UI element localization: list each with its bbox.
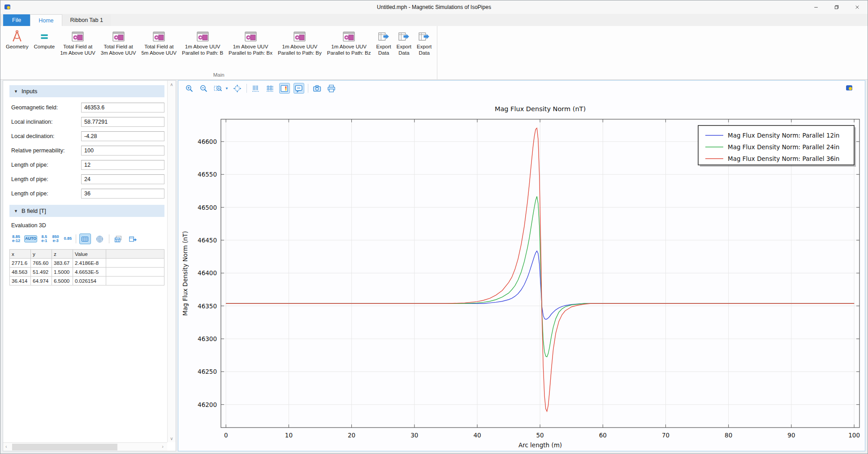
export-table-button[interactable] xyxy=(127,233,139,244)
section-header-bfield[interactable]: ▼ B field [T] xyxy=(9,205,164,217)
toolbar-separator xyxy=(76,234,76,243)
camera-button[interactable] xyxy=(312,83,323,94)
input-relative-permeability[interactable] xyxy=(81,146,164,156)
table-row[interactable]: 36.41464.9746.50000.026154 xyxy=(10,277,164,285)
plot-canvas[interactable]: 0102030405060708090100462004625046300463… xyxy=(178,96,866,450)
parallel-bz-button[interactable]: 1m Above UUVParallel to Path: Bz xyxy=(325,28,373,57)
zoom-box-button[interactable] xyxy=(212,83,223,94)
tooltip-button[interactable] xyxy=(294,83,304,94)
ribbon: GeometryComputeTotal Field at1m Above UU… xyxy=(0,26,868,80)
scroll-left-icon[interactable]: ‹ xyxy=(5,444,7,449)
restore-button[interactable] xyxy=(826,1,847,13)
ribbon-button-label: 1m Above UUVParallel to Path: Bz xyxy=(327,44,371,56)
x-tick-label: 20 xyxy=(348,432,355,439)
total-field-5m-button[interactable]: Total Field at5m Above UUV xyxy=(139,28,179,57)
table-cell: 383.67 xyxy=(52,259,73,268)
grid-button[interactable] xyxy=(265,83,276,94)
compute-button[interactable]: Compute xyxy=(32,28,57,51)
parallel-by-button[interactable]: 1m Above UUVParallel to Path: By xyxy=(276,28,324,57)
sphere-icon xyxy=(95,235,104,243)
total-field-3m-button[interactable]: Total Field at3m Above UUV xyxy=(99,28,138,57)
precision-auto-button[interactable]: AUTO xyxy=(24,235,37,242)
horizontal-scrollbar[interactable]: ‹ › xyxy=(3,442,167,451)
table-row[interactable]: 2771.6765.60383.672.4186E-8 xyxy=(10,259,164,268)
geometry-icon xyxy=(10,29,24,43)
export-data-2-button[interactable]: ExportData xyxy=(394,28,414,57)
export-data-1-button[interactable]: ExportData xyxy=(374,28,393,57)
comsol-logo-icon xyxy=(846,84,853,92)
input-geomagnetic-field[interactable] xyxy=(81,103,164,112)
y-tick-label: 46300 xyxy=(198,335,217,342)
section-header-inputs[interactable]: ▼ Inputs xyxy=(9,85,164,97)
minimize-button[interactable] xyxy=(806,1,826,13)
zoom-extents-button[interactable] xyxy=(232,83,243,94)
y-tick-label: 46600 xyxy=(198,138,217,145)
chart-title: Mag Flux Density Norm (nT) xyxy=(495,105,586,112)
workspace: ▼ Inputs Geomagnetic field:Local inclina… xyxy=(0,80,868,451)
input-local-inclination[interactable] xyxy=(81,117,164,127)
zoom-in-button[interactable] xyxy=(184,83,194,94)
table-row[interactable]: 48.56351.4921.50004.6653E-5 xyxy=(10,268,164,277)
table-display-button[interactable] xyxy=(79,233,91,244)
scroll-down-icon[interactable]: ∨ xyxy=(168,436,176,441)
ribbon-button-label: 1m Above UUVParallel to Path: By xyxy=(278,44,322,56)
vertical-scrollbar[interactable]: ∧ ∨ xyxy=(167,81,176,442)
precision-8.85e-12-button[interactable]: 8.85e-12 xyxy=(11,233,21,245)
printer-button[interactable] xyxy=(326,83,337,94)
table-header-z[interactable]: z xyxy=(52,250,73,259)
precision-8.5e-1-button[interactable]: 8.5e-1 xyxy=(40,233,48,245)
total-field-1m-button[interactable]: Total Field at1m Above UUV xyxy=(58,28,98,57)
input-local-declination[interactable] xyxy=(81,131,164,141)
table-header-Value[interactable]: Value xyxy=(73,250,106,259)
parallel-b-button[interactable]: 1m Above UUVParallel to Path: B xyxy=(180,28,225,57)
ribbon-button-label: Total Field at5m Above UUV xyxy=(141,44,177,56)
tab-home[interactable]: Home xyxy=(30,14,62,26)
ribbon-group-main: GeometryComputeTotal Field at1m Above UU… xyxy=(0,26,437,79)
toolbar-separator xyxy=(109,234,109,243)
table-cell: 2.4186E-8 xyxy=(73,259,106,268)
parallel-bx-button[interactable]: 1m Above UUVParallel to Path: Bx xyxy=(226,28,275,57)
y-tick-label: 46400 xyxy=(198,269,217,277)
field-row: Local declination: xyxy=(9,131,164,141)
grid-icon xyxy=(266,84,274,93)
ribbon-button-label: Total Field at3m Above UUV xyxy=(101,44,136,56)
table-cell: 0.026154 xyxy=(73,277,106,285)
table-header-x[interactable]: x xyxy=(10,250,31,259)
field-row: Local inclination: xyxy=(9,117,164,127)
y-tick-label: 46500 xyxy=(198,204,217,211)
ribbon-button-label: 1m Above UUVParallel to Path: B xyxy=(182,44,223,56)
legend-entry: Mag Flux Density Norm: Parallel 36in xyxy=(728,155,839,162)
table-display-icon xyxy=(81,235,89,243)
table-cell: 765.60 xyxy=(31,259,52,268)
field-row: Geomagnetic field: xyxy=(9,103,164,112)
legend-entry: Mag Flux Density Norm: Parallel 12in xyxy=(728,132,839,139)
ribbon-button-label: Geometry xyxy=(6,44,29,50)
tab-file[interactable]: File xyxy=(3,14,30,26)
axis-ticks-button[interactable] xyxy=(250,83,261,94)
zoom-extents-icon xyxy=(233,84,242,93)
input-length-of-pipe-24[interactable] xyxy=(81,174,164,184)
plot-window-icon xyxy=(245,31,257,42)
input-length-of-pipe-12[interactable] xyxy=(81,160,164,170)
geometry-button[interactable]: Geometry xyxy=(4,28,31,51)
color-legend-button[interactable] xyxy=(279,83,290,94)
export-data-3-button[interactable]: ExportData xyxy=(415,28,434,57)
tab-ribbon-tab-1[interactable]: Ribbon Tab 1 xyxy=(62,14,111,26)
scrollbar-thumb[interactable] xyxy=(12,444,117,450)
export-data-icon xyxy=(418,31,430,42)
precision-850e-3-button[interactable]: 850e-3 xyxy=(51,233,60,245)
precision-0.85-button[interactable]: 0.85 xyxy=(63,235,73,242)
scroll-up-icon[interactable]: ∧ xyxy=(168,82,176,87)
scroll-right-icon[interactable]: › xyxy=(162,444,164,449)
evaluation-toolbar: 8.85e-12AUTO8.5e-1850e-30.85 xyxy=(11,233,164,245)
chevron-down-icon[interactable]: ▼ xyxy=(225,86,229,91)
copy-table-button[interactable] xyxy=(112,233,124,244)
ribbon-button-label: Compute xyxy=(34,44,55,50)
sphere-button[interactable] xyxy=(94,233,106,244)
zoom-out-button[interactable] xyxy=(198,83,209,94)
close-button[interactable] xyxy=(847,1,868,13)
collapse-triangle-icon: ▼ xyxy=(14,89,18,94)
table-header-y[interactable]: y xyxy=(31,250,52,259)
input-length-of-pipe-36[interactable] xyxy=(81,189,164,199)
printer-icon xyxy=(327,84,336,93)
